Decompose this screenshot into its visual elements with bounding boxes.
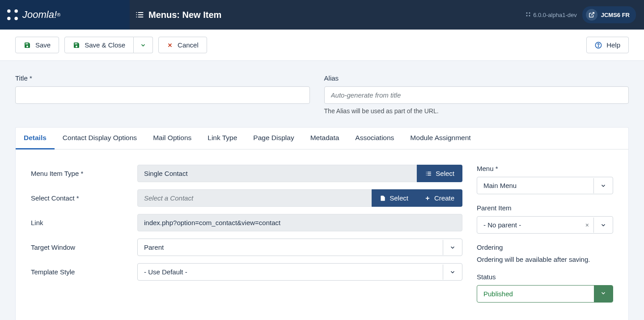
link-value: index.php?option=com_contact&view=contac… bbox=[137, 214, 462, 231]
file-icon bbox=[380, 195, 386, 201]
tab-mail-options[interactable]: Mail Options bbox=[145, 128, 199, 149]
save-close-group: Save & Close bbox=[64, 37, 153, 53]
ordering-description: Ordering will be available after saving. bbox=[477, 256, 613, 263]
svg-point-18 bbox=[598, 46, 599, 47]
main-content: Title * Alias The Alias will be used as … bbox=[0, 61, 644, 320]
tab-module-assignment[interactable]: Module Assignment bbox=[402, 128, 479, 149]
sidebar-form: Menu * Main Menu Parent Item - No parent… bbox=[477, 165, 613, 312]
target-window-label: Target Window bbox=[31, 243, 137, 251]
parent-item-select[interactable]: - No parent - × bbox=[477, 216, 613, 234]
menu-item-type-label: Menu Item Type * bbox=[31, 170, 137, 177]
clear-icon[interactable]: × bbox=[581, 222, 593, 229]
title-input[interactable] bbox=[15, 86, 310, 104]
alias-hint: The Alias will be used as part of the UR… bbox=[324, 107, 629, 115]
contact-select-button[interactable]: Select bbox=[372, 189, 416, 207]
chevron-down-icon bbox=[594, 286, 613, 302]
menu-label: Menu * bbox=[477, 165, 613, 172]
svg-point-1 bbox=[14, 9, 17, 13]
template-style-label: Template Style bbox=[31, 268, 137, 276]
template-style-value: - Use Default - bbox=[138, 264, 443, 280]
save-close-button[interactable]: Save & Close bbox=[64, 37, 134, 53]
save-button[interactable]: Save bbox=[15, 37, 59, 53]
menu-item-type-select-button[interactable]: Select bbox=[417, 165, 462, 182]
chevron-down-icon bbox=[593, 218, 613, 233]
chevron-down-icon bbox=[140, 42, 146, 48]
svg-point-10 bbox=[526, 12, 527, 13]
ordering-label: Ordering bbox=[477, 243, 613, 251]
save-icon bbox=[73, 42, 80, 49]
chevron-down-icon bbox=[443, 240, 462, 255]
template-style-select[interactable]: - Use Default - bbox=[137, 263, 462, 281]
tabs-bar: Details Contact Display Options Mail Opt… bbox=[16, 128, 628, 149]
brand-text: Joomla! bbox=[22, 9, 57, 21]
svg-point-13 bbox=[529, 15, 530, 16]
svg-point-11 bbox=[529, 12, 530, 13]
list-icon bbox=[425, 171, 432, 177]
details-form: Menu Item Type * Single Contact Select S… bbox=[31, 165, 462, 312]
alias-label: Alias bbox=[324, 74, 629, 82]
svg-point-12 bbox=[526, 15, 527, 16]
menu-value: Main Menu bbox=[477, 177, 593, 194]
version-label: 6.0.0-alpha1-dev bbox=[525, 12, 577, 18]
app-header: Joomla! ® Menus: New Item 6.0.0-alpha1-d… bbox=[0, 0, 644, 30]
joomla-small-icon bbox=[525, 12, 531, 17]
svg-point-2 bbox=[7, 17, 10, 20]
target-window-select[interactable]: Parent bbox=[137, 239, 462, 256]
parent-item-value: - No parent - bbox=[477, 217, 581, 233]
status-value: Published bbox=[477, 286, 594, 302]
close-icon bbox=[167, 42, 173, 48]
save-icon bbox=[24, 42, 31, 49]
parent-item-label: Parent Item bbox=[477, 204, 613, 212]
cancel-button[interactable]: Cancel bbox=[158, 37, 207, 53]
link-label: Link bbox=[31, 219, 137, 226]
tab-details[interactable]: Details bbox=[16, 128, 55, 149]
tab-associations[interactable]: Associations bbox=[347, 128, 402, 149]
help-icon bbox=[595, 42, 602, 49]
title-label: Title * bbox=[15, 74, 310, 82]
svg-point-3 bbox=[14, 17, 17, 20]
tab-metadata[interactable]: Metadata bbox=[302, 128, 347, 149]
tab-contact-display[interactable]: Contact Display Options bbox=[55, 128, 145, 149]
select-contact-value: Select a Contact bbox=[137, 189, 372, 207]
external-link-icon bbox=[586, 9, 597, 21]
menu-select[interactable]: Main Menu bbox=[477, 177, 613, 194]
action-toolbar: Save Save & Close Cancel Help bbox=[0, 30, 644, 61]
status-select[interactable]: Published bbox=[477, 285, 613, 303]
tabs-panel: Details Contact Display Options Mail Opt… bbox=[15, 127, 629, 320]
tab-page-display[interactable]: Page Display bbox=[245, 128, 302, 149]
svg-line-14 bbox=[591, 13, 594, 15]
joomla-logo: Joomla! ® bbox=[6, 9, 60, 21]
save-dropdown-button[interactable] bbox=[134, 37, 153, 53]
joomla-mark-icon bbox=[6, 9, 19, 21]
site-name: JCMS6 FR bbox=[601, 12, 630, 18]
page-title-area: Menus: New Item bbox=[130, 10, 221, 20]
site-switcher[interactable]: JCMS6 FR bbox=[582, 6, 636, 23]
list-icon bbox=[135, 10, 144, 19]
page-title: Menus: New Item bbox=[148, 10, 221, 20]
alias-input[interactable] bbox=[324, 86, 629, 104]
tab-link-type[interactable]: Link Type bbox=[199, 128, 245, 149]
header-right: 6.0.0-alpha1-dev JCMS6 FR bbox=[525, 6, 644, 23]
target-window-value: Parent bbox=[138, 239, 443, 256]
brand-area[interactable]: Joomla! ® bbox=[0, 0, 130, 30]
chevron-down-icon bbox=[443, 265, 462, 280]
status-label: Status bbox=[477, 273, 613, 281]
help-button[interactable]: Help bbox=[586, 37, 629, 53]
svg-point-0 bbox=[7, 9, 10, 13]
chevron-down-icon bbox=[593, 178, 613, 193]
menu-item-type-value: Single Contact bbox=[137, 165, 417, 182]
plus-icon bbox=[424, 195, 431, 201]
select-contact-label: Select Contact * bbox=[31, 194, 137, 202]
contact-create-button[interactable]: Create bbox=[416, 189, 462, 207]
